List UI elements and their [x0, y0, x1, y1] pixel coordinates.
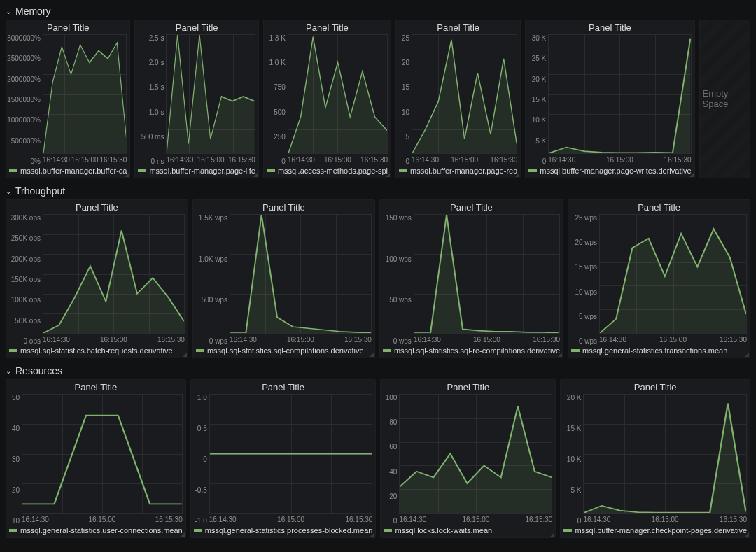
- plot-area[interactable]: [209, 394, 373, 514]
- panel-title[interactable]: Panel Title: [9, 202, 185, 213]
- y-tick: 100: [386, 394, 398, 402]
- x-tick: 16:14:30: [43, 156, 70, 164]
- panel-title[interactable]: Panel Title: [9, 382, 183, 392]
- legend[interactable]: mssql.sql-statistics.batch-requests.deri…: [9, 345, 185, 355]
- chart-area: 20 K15 K10 K5 K016:14:3016:15:0016:15:30: [564, 394, 747, 525]
- x-tick: 16:15:00: [659, 336, 687, 344]
- chart-panel[interactable]: Panel Title25 wps20 wps15 wps10 wps5 wps…: [568, 199, 750, 358]
- legend[interactable]: mssql.general-statistics.user-connection…: [9, 525, 183, 535]
- plot-area[interactable]: [43, 34, 127, 154]
- y-tick: 1.0K wps: [199, 255, 227, 263]
- resize-handle-icon[interactable]: [386, 173, 390, 177]
- section-header-resources[interactable]: ⌄Resources: [6, 362, 750, 379]
- panel-title[interactable]: Panel Title: [384, 382, 552, 392]
- chart-area: 30 K25 K20 K15 K10 K5 K016:14:3016:15:00…: [528, 34, 691, 165]
- section-header-throughput[interactable]: ⌄Trhoughput: [6, 183, 750, 199]
- resize-handle-icon[interactable]: [558, 353, 562, 357]
- plot-area[interactable]: [43, 214, 185, 334]
- legend-swatch: [528, 169, 537, 172]
- panel-title[interactable]: Panel Title: [528, 22, 691, 33]
- legend-swatch: [9, 349, 18, 352]
- resize-handle-icon[interactable]: [745, 353, 749, 357]
- resize-handle-icon[interactable]: [253, 173, 258, 177]
- y-tick: 15 K: [567, 425, 582, 432]
- chart-panel[interactable]: Panel Title300K ops250K ops200K ops150K …: [6, 199, 188, 358]
- plot-area[interactable]: [412, 34, 517, 154]
- legend[interactable]: mssql.buffer-manager.checkpoint-pages.de…: [564, 525, 747, 535]
- legend[interactable]: mssql.buffer-manager.page-rea: [399, 165, 517, 175]
- plot-area[interactable]: [166, 34, 255, 154]
- chart-panel[interactable]: Panel Title3000000%2500000%2000000%15000…: [6, 20, 130, 178]
- chart-panel[interactable]: Panel Title10080604020016:14:3016:15:001…: [380, 379, 556, 538]
- resize-handle-icon[interactable]: [181, 532, 185, 537]
- legend[interactable]: mssql.buffer-manager.page-writes.derivat…: [528, 165, 691, 175]
- panel-title[interactable]: Panel Title: [194, 382, 373, 392]
- legend[interactable]: mssql.general-statistics.processes-block…: [194, 525, 373, 535]
- legend-swatch: [196, 349, 204, 352]
- y-tick: 20 wps: [575, 239, 597, 246]
- empty-panel[interactable]: Empty Space: [699, 20, 750, 178]
- panel-title[interactable]: Panel Title: [138, 22, 255, 33]
- chart-panel[interactable]: Panel Title1.00.50-0.5-1.016:14:3016:15:…: [190, 379, 377, 538]
- resize-handle-icon[interactable]: [690, 173, 694, 177]
- legend[interactable]: mssql.sql-statistics.sql-re-compilations…: [383, 345, 560, 355]
- chart-area: 150 wps100 wps50 wps0 wps16:14:3016:15:0…: [383, 214, 560, 345]
- chart-panel[interactable]: Panel Title504030201016:14:3016:15:0016:…: [6, 379, 186, 538]
- panel-title[interactable]: Panel Title: [9, 22, 127, 33]
- y-tick: 500 ms: [141, 133, 164, 141]
- legend[interactable]: mssql.locks.lock-waits.mean: [384, 525, 552, 535]
- plot-area[interactable]: [230, 214, 372, 334]
- y-tick: 150 wps: [386, 214, 412, 222]
- resize-handle-icon[interactable]: [183, 353, 187, 357]
- y-tick: 50K ops: [15, 317, 41, 325]
- resize-handle-icon[interactable]: [745, 532, 749, 537]
- y-tick: 100 wps: [386, 255, 412, 263]
- x-axis: 16:14:3016:15:0016:15:30: [230, 334, 372, 345]
- resize-handle-icon[interactable]: [125, 173, 129, 177]
- chart-panel[interactable]: Panel Title1.5K wps1.0K wps500 wps0 wps1…: [192, 199, 375, 358]
- resize-handle-icon[interactable]: [370, 532, 374, 537]
- legend-swatch: [399, 169, 407, 172]
- legend-label: mssql.sql-statistics.sql-re-compilations…: [394, 346, 560, 355]
- plot-area[interactable]: [599, 214, 747, 334]
- plot-area[interactable]: [548, 34, 691, 154]
- plot-area[interactable]: [22, 394, 183, 514]
- panel-grid: Panel Title3000000%2500000%2000000%15000…: [6, 20, 750, 178]
- chart-panel[interactable]: Panel Title1.3 K1.0 K750500250016:14:301…: [263, 20, 391, 178]
- plot-area[interactable]: [583, 394, 747, 514]
- chart-panel[interactable]: Panel Title30 K25 K20 K15 K10 K5 K016:14…: [525, 20, 694, 178]
- x-tick: 16:15:30: [360, 156, 388, 164]
- legend[interactable]: mssql.access-methods.page-spl: [267, 165, 388, 175]
- resize-handle-icon[interactable]: [515, 173, 519, 177]
- legend[interactable]: mssql.buffer-manager.page-life: [138, 165, 255, 175]
- plot-area[interactable]: [399, 394, 552, 514]
- chart-panel[interactable]: Panel Title2.5 s2.0 s1.5 s1.0 s500 ms0 n…: [134, 20, 258, 178]
- chart-panel[interactable]: Panel Title20 K15 K10 K5 K016:14:3016:15…: [560, 379, 750, 538]
- plot-area[interactable]: [414, 214, 560, 334]
- legend-label: mssql.general-statistics.processes-block…: [205, 526, 373, 535]
- y-tick: 25 K: [532, 55, 547, 62]
- y-axis: 2.5 s2.0 s1.5 s1.0 s500 ms0 ns: [138, 34, 166, 165]
- panel-title[interactable]: Panel Title: [399, 22, 517, 33]
- plot-area[interactable]: [288, 34, 388, 154]
- y-tick: 10 wps: [575, 288, 597, 296]
- section-header-memory[interactable]: ⌄Memory: [6, 3, 750, 20]
- panel-title[interactable]: Panel Title: [383, 202, 560, 213]
- panel-title[interactable]: Panel Title: [571, 202, 747, 213]
- panel-title[interactable]: Panel Title: [564, 382, 747, 392]
- panel-title[interactable]: Panel Title: [196, 202, 372, 213]
- x-tick: 16:15:00: [451, 156, 478, 164]
- x-tick: 16:15:30: [490, 156, 517, 164]
- legend[interactable]: mssql.sql-statistics.sql-compilations.de…: [196, 345, 372, 355]
- panel-title[interactable]: Panel Title: [267, 22, 388, 33]
- resize-handle-icon[interactable]: [550, 532, 554, 537]
- resize-handle-icon[interactable]: [370, 353, 374, 357]
- chart-panel[interactable]: Panel Title252015105016:14:3016:15:0016:…: [396, 20, 521, 178]
- legend[interactable]: mssql.buffer-manager.buffer-ca: [9, 165, 127, 175]
- chart-area: 2.5 s2.0 s1.5 s1.0 s500 ms0 ns16:14:3016…: [138, 34, 255, 165]
- chart-area: 300K ops250K ops200K ops150K ops100K ops…: [9, 214, 185, 345]
- chart-panel[interactable]: Panel Title150 wps100 wps50 wps0 wps16:1…: [379, 199, 564, 358]
- x-tick: 16:15:30: [345, 516, 372, 523]
- chart-area: 504030201016:14:3016:15:0016:15:30: [9, 394, 183, 525]
- legend[interactable]: mssql.general-statistics.transactions.me…: [571, 345, 747, 355]
